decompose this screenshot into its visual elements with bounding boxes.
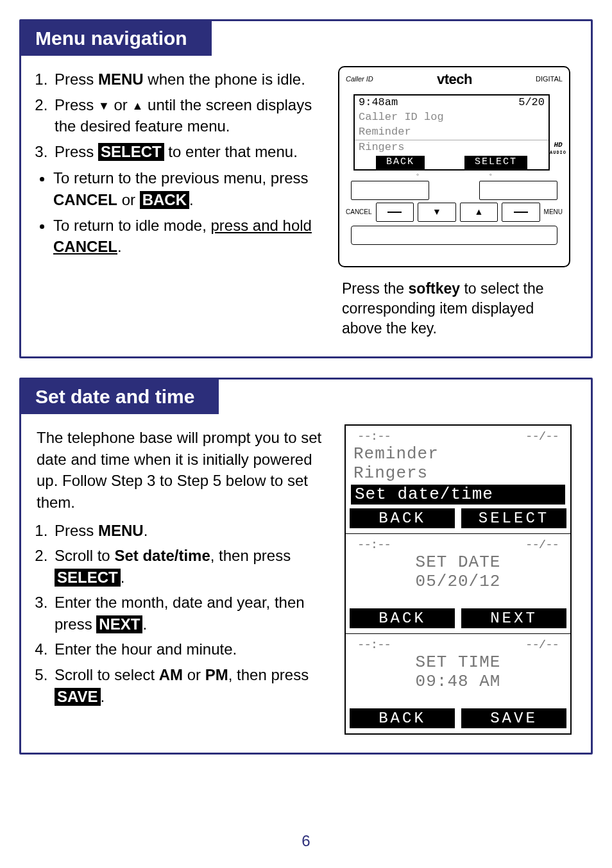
section2-text: The telephone base will prompt you to se…: [37, 424, 336, 712]
section-menu-navigation: Menu navigation Press MENU when the phon…: [19, 19, 593, 358]
menu-button: [502, 203, 540, 222]
screen-time: 9:48am: [359, 96, 398, 110]
caller-id-label: Caller ID: [346, 74, 373, 84]
step-2: Press ▼ or ▲ until the screen displays t…: [52, 94, 329, 137]
lcd-screen-3: --:-- --/-- SET TIME 09:48 AM BACK SAVE: [346, 634, 570, 733]
step-1: Press MENU when the phone is idle.: [52, 69, 329, 90]
brand-label: vtech: [437, 70, 472, 89]
lcd2-line2: 05/20/12: [346, 572, 570, 592]
lcd2-date-hint: --/--: [525, 538, 559, 552]
lcd3-line1: SET TIME: [346, 653, 570, 672]
lcd1-soft-back: BACK: [350, 508, 455, 528]
softkey-left-btn: [351, 181, 429, 200]
lcd-screens: --:-- --/-- Reminder Ringers Set date/ti…: [344, 424, 572, 735]
lcd1-line2: Ringers: [346, 464, 570, 483]
lcd3-line2: 09:48 AM: [346, 672, 570, 692]
hd-audio-label: HDAUDIO: [550, 142, 566, 156]
down-button: ▼: [418, 203, 456, 222]
digital-label: DIGITAL: [536, 74, 563, 84]
dt-step-5: Scroll to select AM or PM, then press SA…: [52, 664, 336, 707]
lcd1-time-hint: --:--: [357, 430, 391, 444]
softkey-caption: Press the softkey to select the correspo…: [338, 279, 575, 338]
section2-title: Set date and time: [21, 380, 206, 414]
softkey-back: BACK: [376, 156, 425, 169]
section1-text: Press MENU when the phone is idle. Press…: [37, 66, 329, 263]
lcd3-date-hint: --/--: [525, 638, 559, 652]
section-set-date-time: Set date and time The telephone base wil…: [19, 378, 593, 755]
lcd1-selected: Set date/time: [351, 485, 565, 505]
lcd1-line1: Reminder: [346, 445, 570, 464]
screen-line-2: Reminder: [355, 125, 548, 140]
bullet-2: To return to idle mode, press and hold C…: [53, 215, 329, 258]
softkey-select: SELECT: [464, 156, 527, 169]
phone-screen: 9:48am 5/20 Caller ID log Reminder Ringe…: [353, 94, 550, 171]
up-button: ▲: [460, 203, 498, 222]
phone-slot: [351, 226, 557, 245]
lcd1-date-hint: --/--: [525, 430, 559, 444]
softkey-right-btn: [479, 181, 557, 200]
lcd-screen-2: --:-- --/-- SET DATE 05/20/12 BACK NEXT: [346, 534, 570, 634]
screen-line-3: Ringers: [355, 140, 548, 155]
up-icon: ▲: [132, 98, 144, 114]
lcd3-soft-back: BACK: [350, 708, 455, 728]
dt-step-3: Enter the month, date and year, then pre…: [52, 592, 336, 635]
lcd3-soft-save: SAVE: [461, 708, 566, 728]
screen-date: 5/20: [518, 96, 545, 110]
led-dot: ◦: [416, 169, 419, 179]
step-3: Press SELECT to enter that menu.: [52, 141, 329, 163]
dt-step-2: Scroll to Set date/time, then press SELE…: [52, 545, 336, 588]
lcd2-time-hint: --:--: [357, 538, 391, 552]
cancel-label: CANCEL: [346, 208, 372, 217]
led-dot: ◦: [489, 169, 492, 179]
down-icon: ▼: [98, 98, 110, 114]
phone-illustration: Caller ID vtech DIGITAL 9:48am 5/20 Call…: [338, 66, 570, 267]
intro-paragraph: The telephone base will prompt you to se…: [37, 427, 336, 513]
screen-line-1: Caller ID log: [355, 110, 548, 125]
lcd2-line1: SET DATE: [346, 553, 570, 572]
lcd-screen-1: --:-- --/-- Reminder Ringers Set date/ti…: [346, 426, 570, 534]
lcd2-soft-back: BACK: [350, 608, 455, 628]
lcd3-time-hint: --:--: [357, 638, 391, 652]
dt-step-4: Enter the hour and minute.: [52, 638, 336, 660]
dt-step-1: Press MENU.: [52, 520, 336, 542]
lcd1-soft-select: SELECT: [461, 508, 566, 528]
page-number: 6: [0, 832, 612, 850]
bullet-1: To return to the previous menu, press CA…: [53, 167, 329, 210]
section1-title: Menu navigation: [21, 21, 199, 56]
menu-label: MENU: [544, 208, 563, 217]
lcd2-soft-next: NEXT: [461, 608, 566, 628]
cancel-button: [376, 203, 414, 222]
